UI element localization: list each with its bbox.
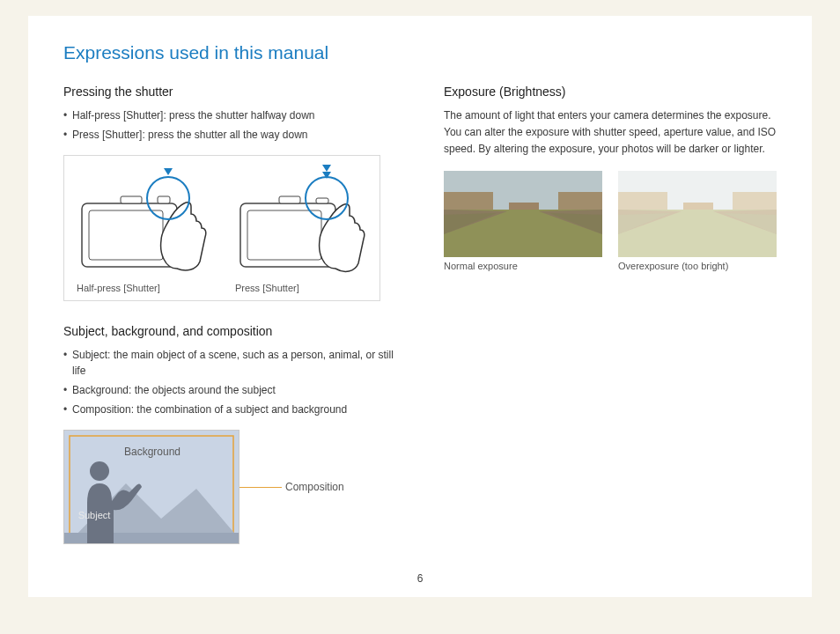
two-columns: Pressing the shutter Half-press [Shutter… (63, 81, 777, 544)
exposure-paragraph: The amount of light that enters your cam… (444, 107, 777, 158)
subhead-exposure: Exposure (Brightness) (444, 85, 777, 99)
photo-normal-image (444, 171, 602, 257)
bullet-composition: Composition: the combination of a subjec… (63, 402, 396, 417)
composition-bullets: Subject: the main object of a scene, suc… (63, 347, 396, 417)
exposure-photos: Normal exposure (444, 171, 777, 271)
composition-illustration-icon: Background Subject (64, 431, 239, 543)
svg-rect-1 (89, 210, 163, 260)
photo-overexposed: Overexposure (too bright) (618, 171, 777, 271)
caption-full-press: Press [Shutter] (235, 283, 376, 293)
right-column: Exposure (Brightness) The amount of ligh… (444, 81, 777, 544)
manual-page: Expressions used in this manual Pressing… (28, 16, 812, 597)
svg-marker-11 (322, 165, 331, 172)
svg-rect-8 (279, 196, 300, 203)
caption-normal-exposure: Normal exposure (444, 261, 602, 271)
svg-rect-2 (121, 196, 142, 203)
bullet-background: Background: the objects around the subje… (63, 382, 396, 398)
photo-normal: Normal exposure (444, 171, 602, 271)
svg-point-16 (90, 461, 109, 481)
svg-rect-21 (444, 192, 493, 210)
bullet-subject: Subject: the main object of a scene, suc… (63, 347, 396, 379)
subhead-subject-background-composition: Subject, background, and composition (63, 324, 396, 338)
svg-rect-9 (316, 198, 328, 203)
page-title: Expressions used in this manual (63, 42, 777, 63)
svg-marker-5 (164, 168, 173, 175)
camera-full-press-icon (235, 165, 376, 279)
shutter-bullets: Half-press [Shutter]: press the shutter … (63, 107, 396, 143)
half-press-diagram: Half-press [Shutter] (77, 165, 217, 293)
left-column: Pressing the shutter Half-press [Shutter… (63, 81, 396, 544)
svg-rect-3 (158, 196, 170, 203)
composition-diagram: Background Subject (63, 430, 239, 544)
full-press-diagram: Press [Shutter] (235, 165, 376, 293)
camera-half-press-icon (77, 165, 217, 279)
photo-overexposed-image (618, 171, 777, 257)
svg-rect-30 (618, 192, 667, 210)
svg-rect-23 (509, 203, 539, 210)
subhead-pressing-shutter: Pressing the shutter (63, 85, 396, 99)
label-background: Background (124, 446, 181, 458)
page-number: 6 (28, 572, 812, 585)
bullet-half-press: Half-press [Shutter]: press the shutter … (63, 107, 396, 123)
svg-rect-7 (247, 210, 321, 260)
label-composition: Composition (285, 481, 344, 493)
label-subject: Subject (78, 510, 111, 520)
bullet-full-press: Press [Shutter]: press the shutter all t… (63, 127, 396, 143)
svg-rect-22 (558, 192, 602, 210)
composition-diagram-wrap: Background Subject Composition (63, 430, 396, 544)
svg-rect-31 (733, 192, 777, 210)
caption-overexposure: Overexposure (too bright) (618, 261, 777, 271)
composition-connector-line (239, 487, 282, 488)
caption-half-press: Half-press [Shutter] (77, 283, 217, 293)
shutter-diagram-box: Half-press [Shutter] (63, 155, 380, 301)
svg-rect-32 (683, 203, 713, 210)
